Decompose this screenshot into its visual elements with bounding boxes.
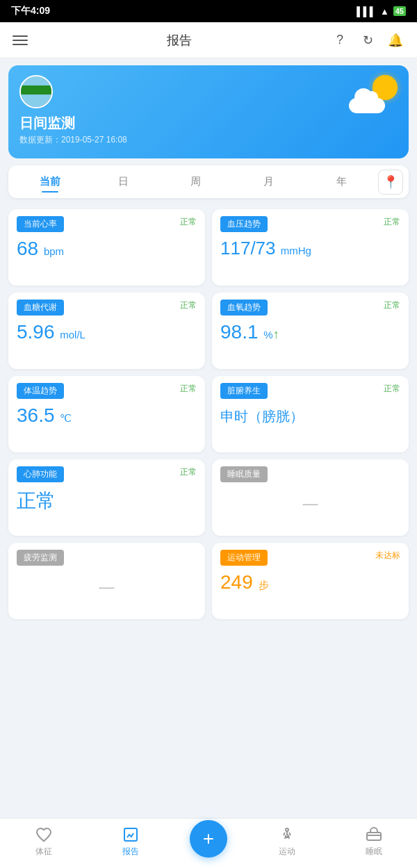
status-blood-pressure: 正常 <box>384 216 400 228</box>
top-nav: 报告 ? ↻ 🔔 <box>0 22 417 58</box>
card-heart-rate[interactable]: 当前心率 正常 68 bpm <box>8 209 205 286</box>
status-heart-rate: 正常 <box>180 216 197 228</box>
status-organ-health: 正常 <box>384 383 400 395</box>
signal-icon: ▌▌▌ <box>357 6 376 17</box>
tab-week[interactable]: 周 <box>160 168 233 195</box>
card-organ-health[interactable]: 脏腑养生 正常 申时（膀胱） <box>212 376 409 452</box>
nav-sleep-label: 睡眠 <box>366 846 382 858</box>
location-button[interactable]: 📍 <box>378 170 403 195</box>
nav-exercise[interactable]: 运动 <box>243 826 330 858</box>
value-exercise: 249 步 <box>220 571 400 593</box>
badge-blood-sugar: 血糖代谢 <box>17 300 64 316</box>
nav-center[interactable]: + <box>174 820 243 863</box>
value-blood-pressure: 117/73 mmHg <box>220 238 400 259</box>
badge-exercise: 运动管理 <box>220 550 268 566</box>
status-time: 下午4:09 <box>11 5 50 17</box>
tab-month[interactable]: 月 <box>232 168 305 195</box>
avatar[interactable] <box>19 75 53 108</box>
refresh-icon[interactable]: ↻ <box>359 31 377 49</box>
value-heart-rate: 68 bpm <box>17 238 197 260</box>
nav-exercise-label: 运动 <box>279 846 295 858</box>
nav-report[interactable]: 报告 <box>87 826 174 858</box>
page-title: 报告 <box>167 32 192 49</box>
nav-right: ? ↻ 🔔 <box>331 31 404 49</box>
weather-icon <box>349 75 398 113</box>
add-button[interactable]: + <box>190 820 227 858</box>
tabs-container: 当前 日 周 月 年 📍 <box>8 165 409 198</box>
badge-temperature: 体温趋势 <box>17 383 64 399</box>
status-exercise: 未达标 <box>375 550 400 562</box>
value-blood-oxygen: 98.1 %↑ <box>220 321 400 343</box>
card-cardiopulmonary[interactable]: 心肺功能 正常 正常 <box>8 459 205 536</box>
value-cardiopulmonary: 正常 <box>17 488 197 514</box>
card-blood-oxygen[interactable]: 血氧趋势 正常 98.1 %↑ <box>212 293 409 369</box>
status-bar: 下午4:09 ▌▌▌ ▲ 45 <box>0 0 417 22</box>
notification-icon[interactable]: 🔔 <box>386 31 404 49</box>
status-cardiopulmonary: 正常 <box>180 466 197 478</box>
cards-grid: 当前心率 正常 68 bpm 血压趋势 正常 117/73 mmHg 血糖代谢 … <box>0 204 417 625</box>
header-subtitle: 数据更新：2019-05-27 16:08 <box>19 134 398 146</box>
badge-blood-pressure: 血压趋势 <box>220 216 268 232</box>
nav-tizhen[interactable]: 体征 <box>0 826 87 858</box>
status-right: ▌▌▌ ▲ 45 <box>357 6 406 17</box>
hamburger-menu[interactable] <box>13 35 28 45</box>
badge-blood-oxygen: 血氧趋势 <box>220 300 268 316</box>
status-blood-sugar: 正常 <box>180 300 197 311</box>
header-title: 日间监测 <box>19 114 398 133</box>
status-blood-oxygen: 正常 <box>384 300 400 311</box>
header-card: 日间监测 数据更新：2019-05-27 16:08 <box>8 65 409 158</box>
nav-report-label: 报告 <box>122 846 139 858</box>
exercise-icon <box>278 826 296 844</box>
badge-heart-rate: 当前心率 <box>17 216 64 232</box>
badge-organ-health: 脏腑养生 <box>220 383 268 399</box>
cloud-shape <box>349 98 385 113</box>
badge-sleep-quality: 睡眠质量 <box>220 466 268 482</box>
tabs-list: 当前 日 周 月 年 <box>14 168 378 195</box>
sleep-icon <box>365 826 383 844</box>
tab-day[interactable]: 日 <box>87 168 160 195</box>
svg-rect-0 <box>124 828 137 841</box>
nav-tizhen-label: 体征 <box>35 846 52 858</box>
header-text: 日间监测 数据更新：2019-05-27 16:08 <box>19 114 398 146</box>
card-temperature[interactable]: 体温趋势 正常 36.5 ℃ <box>8 376 205 452</box>
badge-fatigue: 疲劳监测 <box>17 550 64 566</box>
status-temperature: 正常 <box>180 383 197 395</box>
value-organ-health: 申时（膀胱） <box>220 407 400 426</box>
battery-icon: 45 <box>393 6 406 16</box>
nav-sleep[interactable]: 睡眠 <box>330 826 417 858</box>
card-blood-pressure[interactable]: 血压趋势 正常 117/73 mmHg <box>212 209 409 286</box>
tab-year[interactable]: 年 <box>305 168 378 195</box>
value-blood-sugar: 5.96 mol/L <box>17 321 197 343</box>
svg-point-1 <box>286 828 288 831</box>
svg-rect-2 <box>367 833 381 840</box>
card-fatigue[interactable]: 疲劳监测 — <box>8 543 205 619</box>
value-sleep-quality: — <box>220 495 400 513</box>
help-icon[interactable]: ? <box>331 31 349 49</box>
tab-current[interactable]: 当前 <box>14 168 87 195</box>
report-icon <box>122 826 140 844</box>
wifi-icon: ▲ <box>380 6 389 17</box>
card-sleep-quality[interactable]: 睡眠质量 — <box>212 459 409 536</box>
tizhen-icon <box>35 826 53 844</box>
card-blood-sugar[interactable]: 血糖代谢 正常 5.96 mol/L <box>8 293 205 369</box>
card-exercise[interactable]: 运动管理 未达标 249 步 <box>212 543 409 619</box>
bottom-nav: 体征 报告 + 运动 睡眠 <box>0 818 417 868</box>
badge-cardiopulmonary: 心肺功能 <box>17 466 64 482</box>
weather-widget <box>349 75 398 113</box>
value-temperature: 36.5 ℃ <box>17 404 197 427</box>
value-fatigue: — <box>17 578 197 596</box>
